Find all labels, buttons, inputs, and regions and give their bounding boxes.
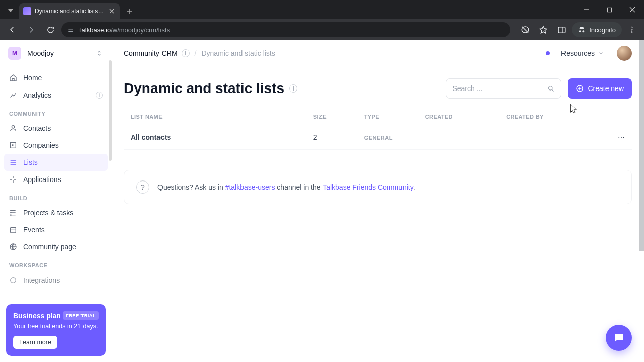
integrations-icon [9, 276, 17, 284]
tab-search-button[interactable] [4, 4, 17, 17]
svg-point-12 [11, 278, 16, 283]
reload-button[interactable] [42, 22, 58, 38]
promo-title: Business plan [13, 312, 61, 320]
lists-icon [9, 158, 17, 166]
workspace-name: Moodjoy [27, 49, 89, 57]
col-header-created[interactable]: CREATED [418, 109, 499, 125]
globe-icon [9, 243, 17, 251]
tab-title: Dynamic and static lists | Talkb… [35, 8, 104, 15]
question-icon: ? [136, 180, 149, 194]
plus-circle-icon [576, 84, 584, 93]
close-tab-button[interactable] [108, 7, 116, 15]
content-scrollbar[interactable] [639, 40, 644, 251]
browser-menu-button[interactable] [624, 22, 640, 38]
chat-widget-button[interactable] [606, 325, 632, 351]
chat-icon [613, 332, 625, 344]
contacts-icon [9, 124, 17, 132]
sidebar-item-events[interactable]: Events [4, 221, 108, 238]
page-title: Dynamic and static lists i [124, 80, 297, 97]
events-icon [9, 226, 17, 234]
sidebar-item-applications[interactable]: Applications [4, 171, 108, 188]
col-header-name[interactable]: LIST NAME [124, 109, 306, 125]
breadcrumb-root[interactable]: Community CRM i [124, 49, 190, 57]
side-panel-button[interactable] [553, 22, 570, 38]
help-text: Questions? Ask us in #talkbase-users cha… [157, 183, 415, 191]
sidebar-section-build: Build [4, 188, 108, 204]
promo-subtitle: Your free trial ends in 21 days. [13, 323, 99, 330]
sidebar-item-label: Community page [23, 243, 76, 251]
svg-point-13 [549, 86, 553, 90]
row-actions-button[interactable]: ⋯ [611, 125, 632, 150]
svg-point-7 [11, 210, 11, 211]
incognito-badge[interactable]: Incognito [572, 22, 622, 37]
svg-rect-0 [607, 8, 611, 12]
resources-menu[interactable]: Resources [561, 49, 604, 57]
projects-icon [9, 209, 17, 217]
svg-point-2 [631, 27, 632, 28]
search-icon [547, 85, 555, 93]
close-window-button[interactable] [621, 0, 644, 19]
search-box[interactable] [446, 78, 561, 99]
lists-table: LIST NAME SIZE TYPE CREATED CREATED BY A… [124, 109, 632, 150]
sidebar-item-home[interactable]: Home [4, 69, 108, 86]
help-community-link[interactable]: Talkbase Friends Community [323, 183, 413, 191]
minimize-window-button[interactable] [575, 0, 598, 19]
info-icon[interactable]: i [289, 84, 297, 93]
sidebar-item-label: Events [23, 226, 45, 234]
sidebar-item-label: Companies [23, 141, 59, 149]
url-text: talkbase.io/w/moodjoy/crm/lists [79, 26, 170, 34]
info-icon[interactable]: i [182, 49, 190, 57]
browser-tab[interactable]: Dynamic and static lists | Talkb… [19, 3, 120, 19]
maximize-window-button[interactable] [598, 0, 621, 19]
search-input[interactable] [452, 84, 543, 93]
col-header-size[interactable]: SIZE [306, 109, 357, 125]
svg-rect-10 [11, 227, 16, 233]
bookmark-button[interactable] [535, 22, 551, 38]
promo-learn-more-button[interactable]: Learn more [13, 336, 57, 349]
sidebar-item-contacts[interactable]: Contacts [4, 120, 108, 137]
analytics-icon [9, 91, 17, 99]
workspace-avatar: M [8, 47, 21, 60]
col-header-created-by[interactable]: CREATED BY [499, 109, 611, 125]
cell-name: All contacts [124, 125, 306, 150]
promo-badge: FREE TRIAL [63, 311, 99, 320]
incognito-label: Incognito [589, 26, 616, 34]
url-bar[interactable]: talkbase.io/w/moodjoy/crm/lists [61, 22, 510, 37]
cell-created [418, 125, 499, 150]
cell-type: GENERAL [357, 125, 418, 150]
sidebar-item-integrations[interactable]: Integrations [4, 272, 108, 289]
forward-button[interactable] [23, 22, 39, 38]
info-icon: i [96, 92, 103, 99]
cell-created-by [499, 125, 611, 150]
main-pane: Community CRM i / Dynamic and static lis… [112, 40, 644, 362]
sidebar-item-companies[interactable]: Companies [4, 137, 108, 154]
status-indicator[interactable] [546, 51, 550, 55]
breadcrumb-root-label: Community CRM [124, 49, 178, 57]
incognito-icon [578, 26, 586, 34]
sidebar-item-analytics[interactable]: Analytics i [4, 86, 108, 104]
applications-icon [9, 175, 17, 184]
breadcrumb-separator: / [195, 49, 197, 57]
plan-promo-card: Business plan FREE TRIAL Your free trial… [6, 304, 106, 356]
tracking-blocked-icon[interactable] [517, 22, 533, 38]
help-channel-link[interactable]: #talkbase-users [225, 183, 275, 191]
address-bar: talkbase.io/w/moodjoy/crm/lists Incognit… [0, 19, 644, 40]
user-avatar[interactable] [617, 46, 632, 61]
topbar: Community CRM i / Dynamic and static lis… [112, 40, 644, 66]
browser-tab-strip: Dynamic and static lists | Talkb… [0, 0, 644, 19]
companies-icon [9, 141, 17, 149]
sidebar-item-community-page[interactable]: Community page [4, 238, 108, 255]
table-row[interactable]: All contacts 2 GENERAL ⋯ [124, 125, 632, 150]
sidebar: M Moodjoy Home Analytics i Community [0, 40, 112, 362]
col-header-type[interactable]: TYPE [357, 109, 418, 125]
sidebar-item-projects[interactable]: Projects & tasks [4, 204, 108, 221]
cell-size: 2 [306, 125, 357, 150]
new-tab-button[interactable] [123, 4, 137, 18]
workspace-switcher[interactable]: M Moodjoy [0, 40, 112, 66]
svg-point-9 [11, 215, 11, 215]
sidebar-item-lists[interactable]: Lists [4, 154, 108, 171]
sidebar-item-label: Contacts [23, 124, 51, 132]
create-new-button[interactable]: Create new [568, 78, 632, 99]
back-button[interactable] [4, 22, 20, 38]
sidebar-item-label: Lists [23, 158, 38, 166]
